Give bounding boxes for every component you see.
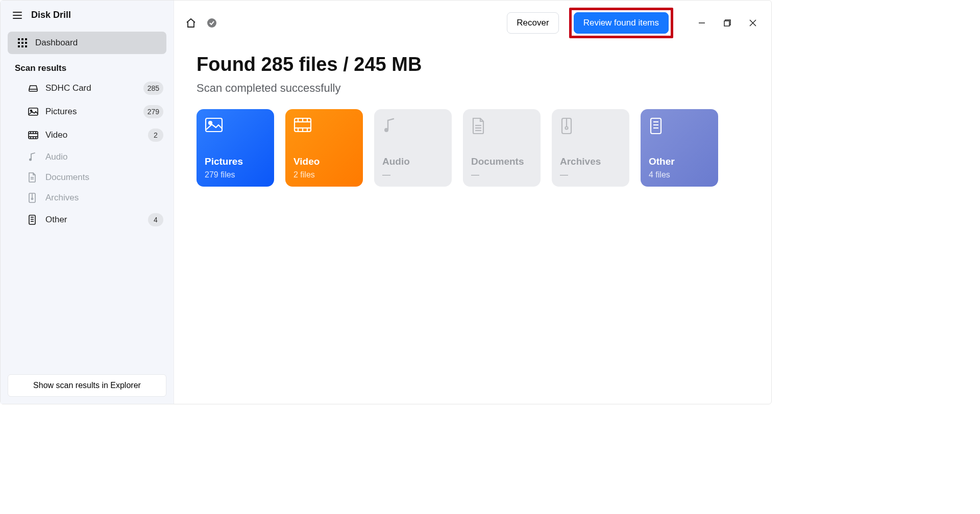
sidebar-item-pictures[interactable]: Pictures 279 [1, 100, 174, 123]
audio-icon [382, 117, 444, 138]
dashboard-label: Dashboard [35, 38, 78, 48]
documents-icon [28, 172, 38, 183]
headline: Found 285 files / 245 MB [197, 54, 749, 75]
sidebar-item-audio[interactable]: Audio [1, 147, 174, 167]
svg-rect-7 [21, 45, 23, 47]
svg-rect-34 [724, 21, 729, 26]
card-other[interactable]: Other 4 files [641, 109, 718, 187]
card-pictures[interactable]: Pictures 279 files [197, 109, 274, 187]
dashboard-icon [18, 38, 28, 47]
main-area: Recover Review found items Found 285 [174, 1, 771, 404]
card-sub: 2 files [293, 170, 355, 179]
svg-point-31 [207, 18, 216, 28]
card-sub: — [382, 170, 444, 179]
svg-rect-55 [651, 118, 661, 134]
menu-icon[interactable] [13, 12, 22, 19]
card-title: Video [293, 156, 355, 167]
topbar: Recover Review found items [174, 1, 771, 45]
svg-rect-0 [18, 38, 20, 40]
archives-icon [28, 193, 38, 203]
sidebar-item-sdhc-card[interactable]: SDHC Card 285 [1, 76, 174, 100]
recover-button[interactable]: Recover [507, 12, 558, 34]
svg-point-48 [384, 128, 388, 132]
svg-rect-6 [18, 45, 20, 47]
audio-icon [28, 152, 38, 162]
svg-rect-1 [21, 38, 23, 40]
archives-icon [560, 117, 621, 138]
sidebar-item-dashboard[interactable]: Dashboard [8, 32, 166, 54]
window-controls [695, 16, 760, 30]
drive-icon [28, 84, 38, 92]
card-audio[interactable]: Audio — [374, 109, 452, 187]
svg-point-26 [32, 198, 33, 200]
sidebar-item-documents[interactable]: Documents [1, 167, 174, 188]
content: Found 285 files / 245 MB Scan completed … [174, 45, 771, 195]
sidebar-item-label: SDHC Card [45, 83, 91, 93]
app-title: Disk Drill [31, 10, 71, 20]
app-window: Disk Drill Dashboard Scan results SDH [0, 0, 772, 404]
card-sub: 4 files [649, 170, 710, 179]
sidebar-item-label: Audio [45, 152, 67, 162]
check-circle-icon [207, 18, 217, 28]
count-badge: 4 [148, 213, 163, 226]
card-title: Audio [382, 156, 444, 167]
category-cards: Pictures 279 files Video 2 files [197, 109, 749, 187]
svg-rect-10 [29, 108, 38, 115]
annotation-highlight: Review found items [569, 8, 673, 38]
pictures-icon [28, 108, 38, 116]
svg-point-11 [31, 110, 32, 112]
video-icon [28, 131, 38, 139]
card-sub: 279 files [205, 170, 266, 179]
show-in-explorer-button[interactable]: Show scan results in Explorer [8, 374, 166, 397]
maximize-icon[interactable] [720, 16, 734, 30]
count-badge: 279 [143, 105, 163, 118]
card-video[interactable]: Video 2 files [285, 109, 363, 187]
svg-rect-2 [25, 38, 27, 40]
documents-icon [471, 117, 532, 138]
card-title: Archives [560, 156, 621, 167]
sidebar-item-label: Documents [45, 172, 89, 183]
count-badge: 2 [148, 128, 163, 142]
svg-rect-8 [25, 45, 27, 47]
svg-rect-5 [25, 42, 27, 44]
svg-point-21 [29, 159, 32, 161]
card-archives[interactable]: Archives — [552, 109, 629, 187]
count-badge: 285 [143, 82, 163, 95]
other-icon [649, 117, 710, 138]
sidebar-item-label: Video [45, 130, 67, 140]
sidebar-item-label: Archives [45, 193, 79, 203]
sidebar-footer: Show scan results in Explorer [1, 367, 174, 404]
card-title: Documents [471, 156, 532, 167]
subhead: Scan completed successfully [197, 82, 749, 95]
svg-rect-37 [206, 118, 222, 132]
video-icon [293, 117, 355, 138]
svg-point-54 [566, 127, 568, 130]
sidebar: Disk Drill Dashboard Scan results SDH [1, 1, 174, 404]
sidebar-item-video[interactable]: Video 2 [1, 123, 174, 147]
sidebar-item-label: Pictures [45, 107, 77, 117]
card-documents[interactable]: Documents — [463, 109, 541, 187]
svg-rect-27 [29, 215, 35, 224]
card-sub: — [471, 170, 532, 179]
card-title: Pictures [205, 156, 266, 167]
card-sub: — [560, 170, 621, 179]
sidebar-section-label: Scan results [1, 59, 174, 76]
svg-point-38 [209, 121, 212, 124]
sidebar-item-archives[interactable]: Archives [1, 188, 174, 208]
close-icon[interactable] [746, 16, 760, 30]
home-icon[interactable] [185, 17, 197, 29]
minimize-icon[interactable] [695, 16, 709, 30]
other-icon [28, 215, 38, 225]
sidebar-header: Disk Drill [1, 1, 174, 27]
svg-rect-3 [18, 42, 20, 44]
sidebar-item-label: Other [45, 215, 67, 225]
svg-rect-4 [21, 42, 23, 44]
review-found-items-button[interactable]: Review found items [574, 12, 669, 34]
sidebar-item-other[interactable]: Other 4 [1, 208, 174, 232]
pictures-icon [205, 117, 266, 138]
card-title: Other [649, 156, 710, 167]
